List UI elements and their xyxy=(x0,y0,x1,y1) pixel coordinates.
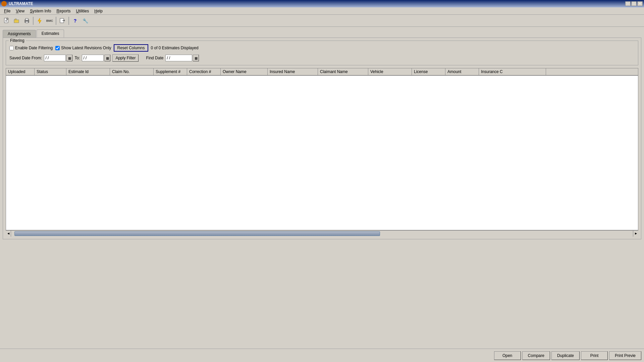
col-status[interactable]: Status xyxy=(35,68,66,75)
menu-reports[interactable]: Reports xyxy=(54,8,73,14)
filter-row1: Enable Date Filtering Show Latest Revisi… xyxy=(9,44,635,52)
col-insurance[interactable]: Insurance C xyxy=(479,68,546,75)
toolbar: BMC ? 🔧 xyxy=(0,15,644,27)
col-license[interactable]: License xyxy=(412,68,445,75)
col-estimate-id[interactable]: Estimate Id xyxy=(66,68,110,75)
show-latest-revisions-label[interactable]: Show Latest Revisions Only xyxy=(55,46,111,50)
col-claimant-name[interactable]: Claimant Name xyxy=(318,68,368,75)
date-from-input[interactable] xyxy=(44,55,66,61)
open-bottom-button[interactable]: Open xyxy=(494,351,521,360)
date-from-group: ▦ xyxy=(44,55,72,61)
toolbar-separator-1 xyxy=(33,17,34,25)
bmc-button[interactable]: BMC xyxy=(45,16,54,25)
duplicate-button[interactable]: Duplicate xyxy=(551,351,580,360)
find-date-input[interactable] xyxy=(165,55,192,61)
toolbar-separator-2 xyxy=(56,17,56,25)
col-claim-no[interactable]: Claim No. xyxy=(110,68,154,75)
print-preview-button[interactable]: Print Previe xyxy=(609,351,641,360)
enable-date-filtering-text: Enable Date Filtering xyxy=(15,46,53,50)
title-bar: ULTRAMATE ─ □ ✕ xyxy=(0,0,644,7)
horizontal-scrollbar[interactable]: ◀ ▶ xyxy=(6,230,638,236)
grid-body xyxy=(6,76,638,230)
find-date-picker[interactable]: ▦ xyxy=(193,55,199,61)
print-bottom-button[interactable]: Print xyxy=(581,351,608,360)
svg-rect-7 xyxy=(25,18,28,20)
settings-button[interactable]: 🔧 xyxy=(80,16,90,25)
minimize-button[interactable]: ─ xyxy=(625,1,631,6)
reset-columns-button[interactable]: Reset Columns xyxy=(114,44,148,52)
col-vehicle[interactable]: Vehicle xyxy=(368,68,412,75)
date-to-input[interactable] xyxy=(82,55,104,61)
to-label: To: xyxy=(74,56,80,60)
menu-file[interactable]: File xyxy=(1,8,13,14)
data-grid: Uploaded Status Estimate Id Claim No. Su… xyxy=(6,68,638,230)
col-supplement[interactable]: Supplement # xyxy=(154,68,187,75)
date-to-picker[interactable]: ▦ xyxy=(104,55,110,61)
window-controls: ─ □ ✕ xyxy=(625,1,643,6)
tab-assignments[interactable]: Assignments xyxy=(3,30,36,38)
help-button[interactable]: ? xyxy=(70,16,80,25)
col-uploaded[interactable]: Uploaded xyxy=(6,68,35,75)
grid-header: Uploaded Status Estimate Id Claim No. Su… xyxy=(6,68,638,76)
scroll-thumb[interactable] xyxy=(14,231,380,236)
saved-date-from-label: Saved Date From: xyxy=(9,56,42,60)
menu-help[interactable]: Help xyxy=(92,8,105,14)
app-title: ULTRAMATE xyxy=(9,1,33,6)
export-button[interactable] xyxy=(58,16,67,25)
maximize-button[interactable]: □ xyxy=(631,1,637,6)
date-from-picker[interactable]: ▦ xyxy=(66,55,72,61)
open-button[interactable] xyxy=(12,16,21,25)
find-date-group: ▦ xyxy=(165,55,199,61)
scroll-left-button[interactable]: ◀ xyxy=(6,231,11,237)
menu-bar: File View System Info Reports Utilities … xyxy=(0,7,644,15)
lightning-button[interactable] xyxy=(35,16,44,25)
apply-filter-button[interactable]: Apply Filter xyxy=(112,54,139,62)
toolbar-separator-3 xyxy=(68,17,69,25)
col-insured-name[interactable]: Insured Name xyxy=(268,68,318,75)
menu-system-info[interactable]: System Info xyxy=(27,8,54,14)
enable-date-filtering-checkbox[interactable] xyxy=(9,46,14,50)
show-latest-revisions-checkbox[interactable] xyxy=(55,46,60,50)
app-logo xyxy=(1,1,7,6)
date-to-group: ▦ xyxy=(82,55,110,61)
menu-view[interactable]: View xyxy=(13,8,27,14)
bottom-bar: Open Compare Duplicate Print Print Previ… xyxy=(0,349,644,362)
show-latest-revisions-text: Show Latest Revisions Only xyxy=(61,46,111,50)
tab-bar: Assignments Estimates xyxy=(3,29,641,38)
svg-marker-1 xyxy=(7,18,8,19)
display-count: 0 of 0 Estimates Displayed xyxy=(151,46,199,50)
svg-rect-8 xyxy=(25,21,28,23)
scroll-right-button[interactable]: ▶ xyxy=(633,231,638,237)
enable-date-filtering-label[interactable]: Enable Date Filtering xyxy=(9,46,53,50)
filtering-group: Filtering Enable Date Filtering Show Lat… xyxy=(6,41,638,65)
tab-content: Filtering Enable Date Filtering Show Lat… xyxy=(3,38,641,239)
print-toolbar-button[interactable] xyxy=(22,16,32,25)
svg-rect-5 xyxy=(14,20,19,23)
main-content: Assignments Estimates Filtering Enable D… xyxy=(0,27,644,349)
scroll-track[interactable] xyxy=(11,231,633,237)
filter-row2: Saved Date From: ▦ To: ▦ Apply Filter Fi… xyxy=(9,54,635,62)
col-owner-name[interactable]: Owner Name xyxy=(221,68,268,75)
svg-marker-12 xyxy=(64,19,65,21)
svg-marker-9 xyxy=(38,18,41,23)
compare-button[interactable]: Compare xyxy=(522,351,550,360)
close-button[interactable]: ✕ xyxy=(637,1,643,6)
menu-utilities[interactable]: Utilities xyxy=(73,8,92,14)
filtering-legend: Filtering xyxy=(9,38,26,43)
find-date-label: Find Date xyxy=(146,56,163,60)
new-button[interactable] xyxy=(2,16,11,25)
col-amount[interactable]: Amount xyxy=(445,68,479,75)
col-correction[interactable]: Correction # xyxy=(187,68,221,75)
tab-estimates[interactable]: Estimates xyxy=(37,29,64,38)
